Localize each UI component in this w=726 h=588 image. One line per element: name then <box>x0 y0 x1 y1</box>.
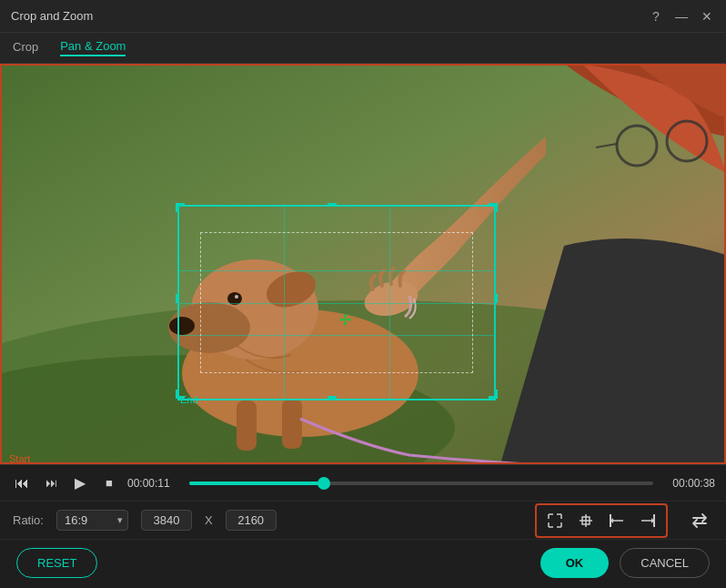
window-title: Crop and Zoom <box>11 9 93 23</box>
center-icon[interactable] <box>571 507 600 534</box>
crop-handle-bottom-right[interactable] <box>489 390 498 399</box>
crop-handle-mid-right[interactable] <box>489 294 498 303</box>
current-time: 00:00:11 <box>127 477 182 490</box>
prev-frame-button[interactable]: ⏮ <box>11 472 33 494</box>
timeline-fill <box>189 482 324 485</box>
footer-bar: RESET OK CANCEL <box>0 539 726 586</box>
ratio-select[interactable]: 16:9 4:3 1:1 9:16 Custom <box>56 510 128 531</box>
height-value[interactable]: 2160 <box>226 510 277 531</box>
end-label: End <box>180 394 198 405</box>
ok-button[interactable]: OK <box>540 548 610 578</box>
stop-button[interactable]: ■ <box>98 472 120 494</box>
crop-handle-bottom-mid[interactable] <box>328 390 337 399</box>
step-forward-button[interactable]: ⏭ <box>40 472 62 494</box>
tab-bar: Crop Pan & Zoom <box>0 33 726 64</box>
width-value[interactable]: 3840 <box>141 510 192 531</box>
total-time: 00:00:38 <box>660 477 715 490</box>
fit-screen-icon[interactable] <box>540 507 570 534</box>
alignment-icon-group <box>535 503 668 538</box>
dimension-separator: X <box>205 513 213 527</box>
crop-dashed-inner <box>200 232 473 373</box>
window-controls: ? — ✕ <box>648 8 715 25</box>
close-icon[interactable]: ✕ <box>699 8 715 25</box>
ratio-bar: Ratio: 16:9 4:3 1:1 9:16 Custom 3840 X 2… <box>0 501 726 539</box>
cancel-button[interactable]: CANCEL <box>620 548 710 578</box>
align-right-icon[interactable] <box>633 507 662 534</box>
play-button[interactable]: ▶ <box>69 472 91 494</box>
title-bar: Crop and Zoom ? — ✕ <box>0 0 726 33</box>
align-left-icon[interactable] <box>602 507 631 534</box>
crop-handle-mid-left[interactable] <box>176 294 185 303</box>
ratio-dropdown-wrapper: 16:9 4:3 1:1 9:16 Custom <box>56 510 128 531</box>
start-label: Start <box>9 453 30 464</box>
timeline-scrubber[interactable] <box>189 482 653 485</box>
footer-actions: OK CANCEL <box>540 548 710 578</box>
tab-crop[interactable]: Crop <box>13 40 38 56</box>
swap-button[interactable] <box>686 507 713 534</box>
tab-pan-zoom[interactable]: Pan & Zoom <box>60 39 126 56</box>
video-preview: ✢ End Start <box>0 64 726 464</box>
playback-controls: ⏮ ⏭ ▶ ■ 00:00:11 00:00:38 <box>0 464 726 501</box>
reset-button[interactable]: RESET <box>16 548 97 578</box>
ratio-label: Ratio: <box>13 513 44 527</box>
timeline-thumb[interactable] <box>318 477 330 490</box>
move-cursor-icon: ✢ <box>339 311 351 329</box>
crop-handle-top-mid[interactable] <box>328 203 337 212</box>
svg-rect-10 <box>237 400 257 451</box>
minimize-icon[interactable]: — <box>673 8 690 25</box>
svg-rect-11 <box>282 399 302 449</box>
help-icon[interactable]: ? <box>648 8 664 25</box>
crop-handle-top-right[interactable] <box>489 203 498 212</box>
crop-handle-top-left[interactable] <box>176 203 185 212</box>
